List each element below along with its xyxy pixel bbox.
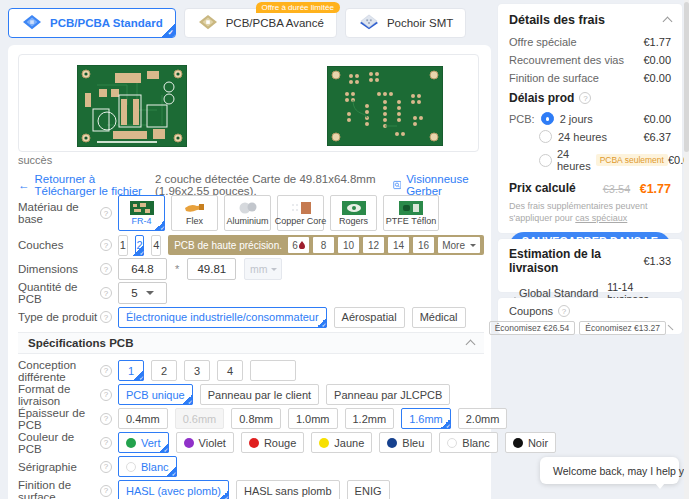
color-option-noir[interactable]: Noir: [505, 432, 556, 453]
color-option-violet[interactable]: Violet: [176, 432, 234, 453]
dimension-unit-select[interactable]: mm: [244, 258, 282, 280]
row-label: Type de produit: [18, 311, 100, 323]
design-count-option-2[interactable]: 2: [151, 360, 177, 381]
layers-option-14[interactable]: 14: [388, 237, 409, 253]
row-product-type: Type de produit ? Électronique industrie…: [18, 306, 484, 328]
fee-row: Recouvrement des vias €0.00: [509, 54, 671, 66]
thickness-option-0-4[interactable]: 0.4mm: [118, 408, 168, 429]
thickness-option-2-0[interactable]: 2.0mm: [458, 408, 508, 429]
material-option-ptfe-teflon[interactable]: PTFE Téflon: [383, 195, 439, 231]
help-icon[interactable]: ?: [579, 92, 591, 104]
help-icon[interactable]: ?: [100, 485, 112, 497]
layers-option-12[interactable]: 12: [363, 237, 384, 253]
thickness-option-1-6[interactable]: 1.6mm: [401, 408, 451, 429]
row-label: Format de livraison: [18, 383, 100, 407]
tab-pochoir-smt[interactable]: Pochoir SMT: [345, 8, 466, 38]
dimension-width-input[interactable]: [118, 258, 167, 280]
surface-finish-option-enig[interactable]: ENIG: [347, 480, 390, 499]
material-option-fr4[interactable]: FR-4: [118, 195, 165, 231]
gerber-preview-card: [18, 54, 479, 152]
fee-label: Finition de surface: [509, 72, 599, 84]
page-scrollbar[interactable]: [684, 0, 689, 499]
row-label: Dimensions: [18, 263, 100, 275]
collapse-chevron-icon[interactable]: [663, 17, 673, 27]
design-count-option-1[interactable]: 1: [118, 360, 144, 381]
color-label: Vert: [141, 437, 161, 449]
color-label: Noir: [528, 437, 548, 449]
color-label: Jaune: [334, 437, 364, 449]
layers-option-2[interactable]: 2: [135, 235, 145, 256]
silkscreen-option-blanc[interactable]: Blanc: [118, 456, 177, 477]
color-option-rouge[interactable]: Rouge: [241, 432, 304, 453]
copper-thumb-icon: [289, 201, 313, 215]
delivery-format-option-panel-customer[interactable]: Panneau par le client: [200, 384, 319, 405]
radio-24-hours[interactable]: [539, 130, 552, 143]
prod-option-price: €0.00: [643, 113, 671, 125]
layers-option-8[interactable]: 8: [313, 237, 334, 253]
prod-option-price: €6.37: [643, 131, 671, 143]
layers-option-4[interactable]: 4: [151, 235, 161, 256]
help-icon[interactable]: ?: [100, 263, 112, 275]
layers-option-10[interactable]: 10: [338, 237, 359, 253]
surface-finish-option-hasl-lead[interactable]: HASL (avec plomb): [118, 480, 229, 499]
radio-2-days[interactable]: [541, 112, 554, 125]
layers-option-6[interactable]: 6: [288, 237, 309, 253]
material-option-aluminium[interactable]: Aluminium: [224, 195, 271, 231]
pcb-specifications-section-header[interactable]: Spécifications PCB: [18, 332, 484, 354]
radio-24-hours-pcba[interactable]: [539, 154, 552, 167]
fee-label: Recouvrement des vias: [509, 54, 624, 66]
delivery-format-option-panel-jlcpcb[interactable]: Panneau par JLCPCB: [326, 384, 450, 405]
help-icon[interactable]: ?: [100, 461, 112, 473]
design-count-option-3[interactable]: 3: [184, 360, 210, 381]
color-option-bleu[interactable]: Bleu: [379, 432, 432, 453]
help-icon[interactable]: ?: [100, 207, 112, 219]
help-icon[interactable]: ?: [100, 239, 112, 251]
thickness-option-0-8[interactable]: 0.8mm: [231, 408, 281, 429]
help-icon[interactable]: ?: [100, 437, 112, 449]
coupon-chip[interactable]: Économisez €26.54: [489, 321, 576, 335]
prod-time-row: 24 heures PCBA seulement €0.00: [509, 148, 671, 172]
chevron-right-icon[interactable]: [668, 324, 674, 330]
tab-pcb-pcba-avance[interactable]: Offre à durée limitée PCB/PCBA Avancé: [184, 8, 337, 38]
thickness-option-1-2[interactable]: 1.2mm: [345, 408, 395, 429]
help-icon[interactable]: ?: [100, 287, 112, 299]
thickness-option-1-0[interactable]: 1.0mm: [288, 408, 338, 429]
color-option-jaune[interactable]: Jaune: [311, 432, 372, 453]
material-option-rogers[interactable]: Rogers: [330, 195, 377, 231]
coupon-chip[interactable]: Économisez €13.27: [579, 321, 666, 335]
design-count-option-4[interactable]: 4: [217, 360, 243, 381]
gerber-viewer-icon: [393, 179, 402, 191]
material-option-copper-core[interactable]: Copper Core: [277, 195, 324, 231]
layers-option-16[interactable]: 16: [413, 237, 434, 253]
help-icon[interactable]: ?: [558, 305, 570, 317]
color-label: Rouge: [264, 437, 296, 449]
row-thickness: Épaisseur de PCB ? 0.4mm 0.6mm 0.8mm 1.0…: [18, 408, 484, 429]
product-type-option-industrial[interactable]: Électronique industrielle/consommateur: [118, 307, 327, 328]
delivery-format-option-single[interactable]: PCB unique: [118, 384, 193, 405]
color-option-blanc[interactable]: Blanc: [439, 432, 498, 453]
fee-value: €1.77: [643, 36, 671, 48]
chat-widget[interactable]: Welcome back, may I help you?: [540, 457, 679, 484]
surface-finish-option-hasl-leadfree[interactable]: HASL sans plomb: [236, 480, 340, 499]
tab-pcb-pcba-standard[interactable]: PCB/PCBA Standard: [8, 8, 176, 38]
product-type-option-aerospace[interactable]: Aérospatial: [334, 307, 405, 328]
help-icon[interactable]: ?: [100, 311, 112, 323]
layers-option-1[interactable]: 1: [118, 235, 128, 256]
layers-more-dropdown[interactable]: More: [438, 237, 480, 253]
thickness-option-0-6[interactable]: 0.6mm: [175, 408, 225, 429]
row-label: Conception différente: [18, 359, 100, 383]
quantity-select[interactable]: 5: [118, 282, 167, 304]
product-type-option-medical[interactable]: Médical: [412, 307, 466, 328]
shipping-title: Estimation de la livraison: [509, 247, 643, 275]
help-icon[interactable]: ?: [100, 365, 112, 377]
scrollbar-thumb[interactable]: [684, 2, 689, 152]
help-icon[interactable]: ?: [100, 413, 112, 425]
design-count-custom-input[interactable]: [250, 360, 296, 381]
special-cases-link[interactable]: cas spéciaux: [575, 213, 627, 223]
color-option-vert[interactable]: Vert: [118, 432, 169, 453]
dimension-height-input[interactable]: [187, 258, 236, 280]
help-icon[interactable]: ?: [100, 389, 112, 401]
tab-label: PCB/PCBA Standard: [50, 17, 163, 29]
material-option-flex[interactable]: Flex: [171, 195, 218, 231]
fee-label: Offre spéciale: [509, 36, 577, 48]
